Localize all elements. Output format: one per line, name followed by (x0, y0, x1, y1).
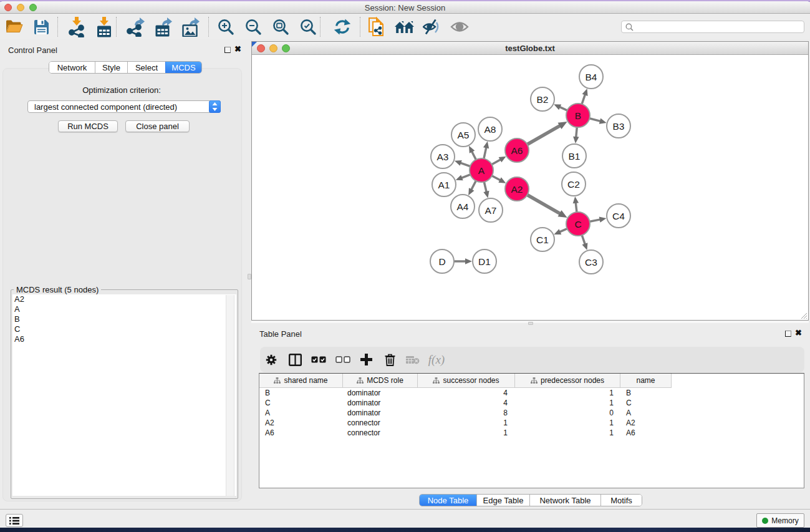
edge-arrowhead (573, 137, 579, 143)
refresh-button[interactable] (334, 14, 351, 40)
mcds-result-scrollbar[interactable] (226, 295, 234, 496)
cell-shared-name: A6 (259, 428, 343, 438)
network-window-titlebar[interactable]: testGlobe.txt (252, 42, 808, 55)
zoom-in-button[interactable] (217, 14, 234, 40)
save-session-button[interactable] (32, 14, 51, 40)
desktop-wallpaper-bottom (0, 528, 810, 532)
column-header-successor-nodes[interactable]: successor nodes (418, 374, 515, 388)
select-stepper-icon (209, 100, 221, 113)
search-input[interactable] (621, 21, 804, 33)
graph-node-label-D1: D1 (478, 256, 491, 267)
zoom-selected-button[interactable] (299, 14, 317, 40)
column-header-predecessor-nodes[interactable]: predecessor nodes (515, 374, 620, 388)
task-history-button[interactable] (6, 514, 23, 527)
import-table-button[interactable] (94, 14, 114, 40)
table-toolbar: f(x) (260, 347, 804, 372)
graph-node-label-A5: A5 (458, 130, 470, 140)
graph-node-label-B1: B1 (569, 151, 581, 162)
tab-select[interactable]: Select (127, 62, 165, 73)
column-header-name[interactable]: name (620, 374, 672, 388)
zoom-fit-button[interactable] (272, 14, 289, 40)
zoom-out-button[interactable] (244, 14, 262, 40)
tab-style[interactable]: Style (95, 62, 127, 73)
mcds-result-item[interactable]: A6 (12, 334, 236, 344)
control-panel-title: Control Panel (8, 46, 57, 55)
node-table[interactable]: shared nameMCDS rolesuccessor nodesprede… (259, 373, 804, 488)
export-network-button[interactable] (126, 14, 146, 40)
tab-network-table[interactable]: Network Table (529, 495, 600, 506)
tab-motifs[interactable]: Motifs (600, 495, 642, 506)
table-delete-button[interactable] (382, 347, 397, 372)
export-table-button[interactable] (154, 14, 174, 40)
graph-node-label-A3: A3 (437, 152, 449, 162)
tab-edge-table[interactable]: Edge Table (476, 495, 529, 506)
table-panel-tabs: Node TableEdge TableNetwork TableMotifs (419, 494, 642, 506)
cell-MCDS-role: dominator (343, 408, 418, 418)
control-panel-float-button[interactable] (224, 47, 231, 53)
status-bar: Memory (0, 509, 810, 528)
duplicate-network-button[interactable] (367, 14, 386, 40)
cell-successor-nodes: 4 (418, 398, 515, 408)
table-delete-table-button[interactable] (405, 347, 420, 372)
control-panel-close-button[interactable]: ✖ (234, 46, 241, 52)
table-panel-float-button[interactable] (785, 331, 791, 337)
table-function-builder-button[interactable]: f(x) (427, 347, 446, 372)
cell-name: A2 (620, 418, 672, 428)
graph-node-label-A2: A2 (511, 184, 523, 195)
mcds-result-title: MCDS result (5 nodes) (14, 285, 101, 294)
open-session-button[interactable] (4, 14, 25, 40)
network-canvas[interactable]: B4B2BB3A5A8A6A3AB1A1C2A2A4A7CC4C1C3DD1 (252, 55, 808, 320)
graph-node-label-D: D (438, 256, 445, 267)
edge-arrowhead (456, 175, 463, 180)
cell-successor-nodes: 1 (418, 418, 515, 428)
tab-network[interactable]: Network (49, 62, 95, 73)
mcds-result-item[interactable]: A2 (12, 294, 236, 304)
close-panel-button[interactable]: Close panel (125, 120, 190, 132)
network-resize-grip[interactable] (801, 312, 808, 319)
graph-node-label-C: C (574, 219, 581, 230)
checked-boxes-icon (311, 356, 326, 363)
table-row-A2[interactable]: A2connector11A2 (259, 418, 672, 428)
graph-node-label-C4: C4 (612, 211, 625, 221)
first-neighbors-button[interactable] (393, 14, 415, 40)
table-columns-button[interactable] (285, 347, 305, 372)
tab-mcds[interactable]: MCDS (165, 62, 201, 73)
table-deselect-all-button[interactable] (335, 347, 351, 372)
table-row-B[interactable]: Bdominator41B (259, 388, 672, 398)
show-all-button[interactable] (450, 14, 470, 40)
table-settings-button[interactable] (262, 347, 281, 372)
app-window: Session: New Session (0, 1, 810, 528)
cell-predecessor-nodes: 1 (515, 428, 620, 438)
memory-button[interactable]: Memory (756, 513, 804, 528)
column-header-label: successor nodes (443, 376, 499, 385)
columns-icon (289, 354, 302, 366)
column-header-MCDS-role[interactable]: MCDS role (343, 374, 418, 388)
vertical-splitter-handle[interactable] (248, 274, 251, 279)
table-panel-close-button[interactable]: ✖ (795, 330, 802, 336)
import-network-button[interactable] (67, 14, 87, 40)
table-row-C[interactable]: Cdominator41C (259, 398, 672, 408)
graph-node-label-C1: C1 (536, 235, 549, 245)
hide-selected-button[interactable] (422, 14, 441, 40)
mcds-result-item[interactable]: B (12, 314, 236, 324)
run-mcds-button[interactable]: Run MCDS (58, 120, 118, 132)
column-type-icon (357, 377, 364, 384)
optimization-criterion-select[interactable]: largest connected component (directed) (27, 100, 221, 113)
mcds-result-item[interactable]: A (12, 304, 236, 314)
column-header-shared-name[interactable]: shared name (259, 374, 343, 388)
edge-arrowhead (465, 258, 472, 264)
table-row-A6[interactable]: A6connector11A6 (259, 428, 672, 438)
mcds-result-list[interactable]: A2ABCA6 (12, 294, 236, 496)
column-header-label: MCDS role (367, 376, 403, 385)
toolbar-separator (360, 17, 360, 37)
table-add-button[interactable] (358, 347, 375, 372)
export-image-button[interactable] (181, 14, 201, 40)
mcds-result-item[interactable]: C (12, 324, 236, 334)
tab-node-table[interactable]: Node Table (420, 495, 476, 506)
table-select-all-button[interactable] (310, 347, 327, 372)
graph-node-label-B2: B2 (537, 94, 549, 105)
graph-node-label-A4: A4 (457, 201, 469, 212)
eye-icon (450, 20, 469, 34)
table-row-A[interactable]: Adominator80A (259, 408, 672, 418)
edge-arrowhead (483, 191, 489, 198)
